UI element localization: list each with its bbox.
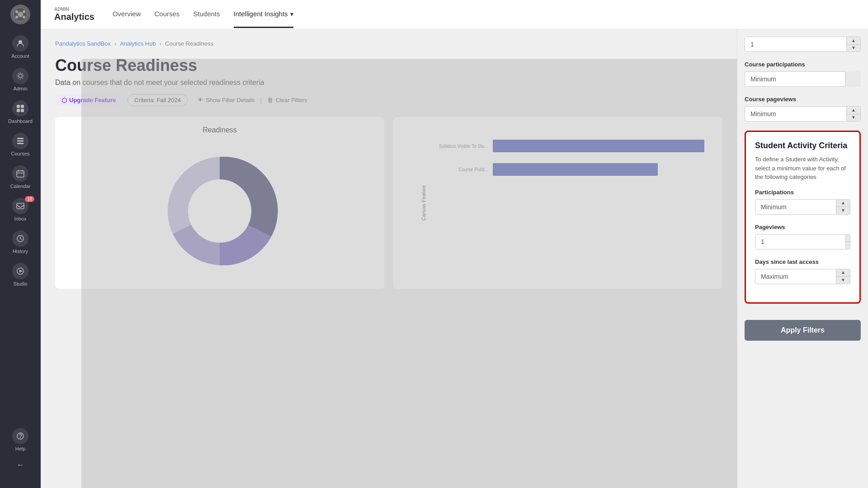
pageviews-down[interactable]: ▼ bbox=[846, 242, 850, 249]
nav-courses[interactable]: Courses bbox=[154, 1, 179, 28]
participations-up[interactable]: ▲ bbox=[836, 200, 850, 207]
sidebar-item-help[interactable]: ? Help bbox=[0, 423, 41, 456]
sidebar-label-admin: Admin bbox=[13, 86, 27, 91]
clear-filters-button[interactable]: 🗑 Clear Filters bbox=[267, 97, 307, 103]
nav-insights[interactable]: Intelligent Insights ▾ bbox=[234, 1, 293, 28]
sidebar: Account Admin Dashboard Courses Calendar… bbox=[0, 0, 41, 488]
sidebar-item-studio[interactable]: Studio bbox=[0, 258, 41, 291]
course-participations-value: Minimum bbox=[745, 72, 846, 86]
course-participations-select[interactable]: Minimum ▲ ▼ bbox=[745, 71, 861, 87]
score-value[interactable] bbox=[745, 37, 846, 52]
activity-criteria-desc: To define a Student with Activity, selec… bbox=[755, 155, 850, 182]
participations-down[interactable]: ▼ bbox=[836, 207, 850, 214]
breadcrumb: Pandalytics SandBox › Analytics Hub › Co… bbox=[55, 40, 722, 47]
nav-overview[interactable]: Overview bbox=[113, 1, 141, 28]
svg-point-3 bbox=[23, 10, 25, 13]
participations-select[interactable]: Minimum ▲ ▼ bbox=[755, 199, 850, 215]
sidebar-item-inbox[interactable]: Inbox 10 bbox=[0, 193, 41, 226]
days-access-select[interactable]: Maximum ▲ ▼ bbox=[755, 269, 850, 284]
account-icon bbox=[12, 35, 28, 52]
nav-students[interactable]: Students bbox=[193, 1, 220, 28]
sidebar-item-dashboard[interactable]: Dashboard bbox=[0, 96, 41, 128]
inbox-badge: 10 bbox=[25, 196, 34, 202]
score-spinner[interactable]: ▲ ▼ bbox=[745, 37, 861, 52]
course-participations-select-wrapper: Minimum ▲ ▼ bbox=[745, 71, 861, 87]
days-access-down[interactable]: ▼ bbox=[836, 277, 850, 284]
sidebar-label-studio: Studio bbox=[13, 281, 27, 286]
sidebar-item-courses[interactable]: Courses bbox=[0, 128, 41, 161]
eye-icon: 👁 bbox=[198, 97, 203, 103]
pageviews-up[interactable]: ▲ bbox=[846, 235, 850, 242]
sidebar-item-admin[interactable]: Admin bbox=[0, 63, 41, 96]
svg-rect-14 bbox=[17, 143, 24, 144]
sidebar-collapse-button[interactable]: ← bbox=[0, 456, 41, 474]
pageviews-value[interactable] bbox=[755, 235, 845, 249]
right-panel: ▲ ▼ Course participations Minimum ▲ ▼ bbox=[737, 29, 868, 488]
trash-icon: 🗑 bbox=[267, 97, 273, 103]
upgrade-badge[interactable]: ⬡ Upgrade Feature bbox=[55, 94, 122, 106]
course-participations-up[interactable]: ▲ bbox=[847, 72, 860, 80]
filter-actions: 👁 Show Filter Details | 🗑 Clear Filters bbox=[198, 96, 307, 104]
course-pageviews-section: Course pageviews Minimum ▲ ▼ bbox=[745, 96, 861, 122]
svg-text:?: ? bbox=[19, 433, 22, 439]
sidebar-label-help: Help bbox=[15, 446, 26, 451]
canvas-feature-chart-card: Canvas Feature Syllabus Visible To Stu..… bbox=[393, 117, 722, 289]
bar-row-2: Course Publi... bbox=[429, 163, 704, 176]
apply-filters-button[interactable]: Apply Filters bbox=[745, 320, 861, 341]
show-filter-label: Show Filter Details bbox=[206, 97, 255, 103]
help-icon: ? bbox=[12, 428, 28, 444]
breadcrumb-analytics-hub[interactable]: Analytics Hub bbox=[120, 40, 156, 47]
course-participations-section: Course participations Minimum ▲ ▼ bbox=[745, 61, 861, 87]
score-down-button[interactable]: ▼ bbox=[847, 45, 860, 52]
score-section: ▲ ▼ bbox=[745, 37, 861, 52]
svg-rect-8 bbox=[17, 105, 20, 108]
filter-bar: ⬡ Upgrade Feature Criteria: Fall 2024 👁 … bbox=[55, 94, 722, 106]
pageviews-section: Pageviews ▲ ▼ bbox=[755, 224, 850, 249]
upgrade-icon: ⬡ bbox=[61, 97, 67, 104]
sidebar-item-calendar[interactable]: Calendar bbox=[0, 161, 41, 193]
course-participations-label: Course participations bbox=[745, 61, 861, 68]
content-area-wrapper: Pandalytics SandBox › Analytics Hub › Co… bbox=[41, 29, 737, 488]
svg-point-2 bbox=[15, 10, 18, 13]
sidebar-label-courses: Courses bbox=[11, 151, 30, 156]
collapse-icon: ← bbox=[16, 460, 24, 470]
course-pageviews-controls: ▲ ▼ bbox=[846, 107, 860, 121]
participations-value: Minimum bbox=[755, 200, 836, 214]
svg-rect-15 bbox=[17, 171, 24, 177]
criteria-badge: Criteria: Fall 2024 bbox=[127, 94, 188, 106]
breadcrumb-current: Course Readiness bbox=[165, 40, 213, 47]
days-access-label: Days since last access bbox=[755, 258, 850, 265]
course-pageviews-select[interactable]: Minimum ▲ ▼ bbox=[745, 106, 861, 122]
main-area: ADMIN Analytics Overview Courses Student… bbox=[41, 0, 868, 488]
course-pageviews-up[interactable]: ▲ bbox=[847, 107, 860, 114]
donut-chart bbox=[64, 143, 375, 279]
course-pageviews-down[interactable]: ▼ bbox=[847, 114, 860, 122]
breadcrumb-pandalytics[interactable]: Pandalytics SandBox bbox=[55, 40, 111, 47]
sidebar-label-history: History bbox=[13, 249, 28, 254]
pageviews-label: Pageviews bbox=[755, 224, 850, 230]
days-access-section: Days since last access Maximum ▲ ▼ bbox=[755, 258, 850, 284]
score-controls: ▲ ▼ bbox=[846, 37, 860, 52]
svg-rect-12 bbox=[17, 138, 24, 139]
clear-filter-label: Clear Filters bbox=[275, 97, 307, 103]
brand-admin-label: ADMIN bbox=[54, 7, 94, 12]
sidebar-label-account: Account bbox=[11, 53, 29, 59]
upgrade-label: Upgrade Feature bbox=[69, 97, 116, 103]
days-access-up[interactable]: ▲ bbox=[836, 269, 850, 277]
admin-icon bbox=[12, 68, 28, 84]
score-up-button[interactable]: ▲ bbox=[847, 37, 860, 45]
course-participations-down[interactable]: ▼ bbox=[847, 80, 860, 87]
bar-row-1: Syllabus Visible To Stu... bbox=[429, 140, 704, 152]
participations-controls: ▲ ▼ bbox=[836, 200, 850, 214]
svg-point-7 bbox=[19, 74, 22, 78]
bar-chart-y-label: Canvas Feature bbox=[421, 185, 426, 221]
nav-insights-label: Intelligent Insights bbox=[234, 10, 288, 18]
bar-label-1: Syllabus Visible To Stu... bbox=[429, 144, 488, 149]
sidebar-item-account[interactable]: Account bbox=[0, 31, 41, 63]
show-filter-details-button[interactable]: 👁 Show Filter Details bbox=[198, 97, 255, 103]
pageviews-spinner[interactable]: ▲ ▼ bbox=[755, 234, 850, 249]
brand-app-name: Analytics bbox=[54, 12, 94, 22]
sidebar-item-history[interactable]: History bbox=[0, 226, 41, 258]
breadcrumb-sep-1: › bbox=[114, 40, 116, 47]
studio-icon bbox=[12, 263, 28, 279]
